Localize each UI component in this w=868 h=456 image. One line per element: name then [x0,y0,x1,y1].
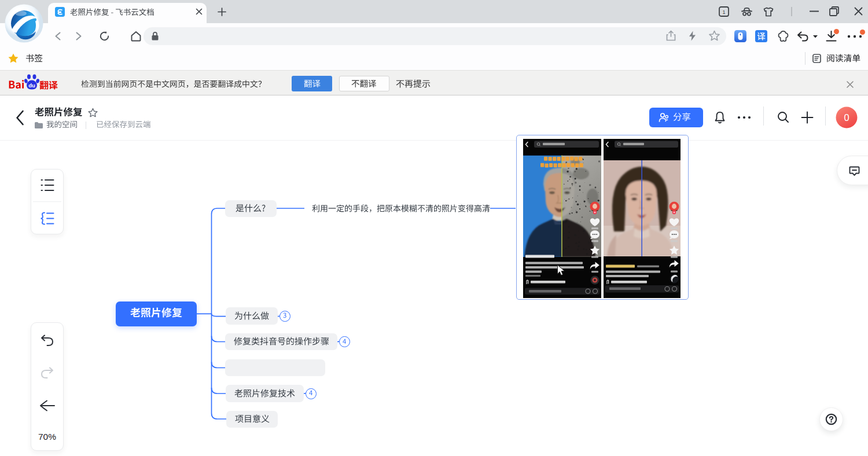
svg-text:0: 0 [844,112,849,123]
svg-text:du: du [28,82,35,89]
svg-text:1: 1 [722,9,725,15]
